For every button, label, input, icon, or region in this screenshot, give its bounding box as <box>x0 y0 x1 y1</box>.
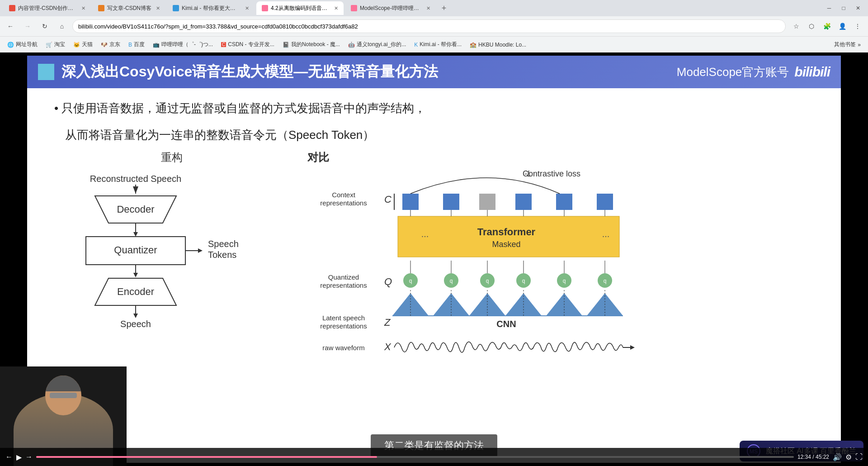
bilibili-logo-text: bilibili <box>794 64 830 80</box>
tab-label-2: 写文章-CSDN博客 <box>107 5 151 12</box>
minimize-button[interactable]: ─ <box>823 2 835 14</box>
presenter-head <box>45 376 81 415</box>
bookmark-tmall[interactable]: 🐱 天猫 <box>70 39 96 50</box>
fullscreen-button[interactable]: ⛶ <box>855 453 863 461</box>
profile[interactable]: 👤 <box>835 19 849 33</box>
tab-csdn-content[interactable]: 内容管理-CSDN创作中心 ✕ <box>4 1 91 15</box>
tab-close-5[interactable]: ✕ <box>426 5 430 11</box>
tab-close-1[interactable]: ✕ <box>81 5 85 11</box>
ctx-sq-1 <box>402 194 419 210</box>
encoder-label: Encoder <box>117 286 154 297</box>
diagram-section: 重构 Reconstructed Speech <box>54 150 814 452</box>
quantizer-label: Quantizer <box>114 244 157 256</box>
bookmark-label-tmall: 天猫 <box>82 41 93 48</box>
new-tab-button[interactable]: + <box>438 2 450 14</box>
z-symbol: Z <box>384 317 391 328</box>
bullet-text-line2: 从而将语音量化为一连串的整数语音令元（Speech Token） <box>65 127 814 143</box>
bookmark-webguide[interactable]: 🌐 网址导航 <box>4 39 41 50</box>
ctx-sq-masked <box>479 194 495 210</box>
tab-close-2[interactable]: ✕ <box>156 5 160 11</box>
bookmark-notebook[interactable]: 📓 我的Notebook - 魔... <box>279 39 344 50</box>
extensions[interactable]: 🧩 <box>820 19 834 33</box>
back-button[interactable]: ← <box>4 19 17 33</box>
masked-label: Masked <box>492 240 520 249</box>
waveform-path <box>394 342 623 352</box>
tab-kimi[interactable]: Kimi.ai - 帮你看更大的世界 ✕ <box>167 1 255 15</box>
reload-button[interactable]: ↻ <box>38 19 52 33</box>
tab-favicon-2 <box>98 5 104 11</box>
quant-repr-text2: representations <box>320 281 367 289</box>
playback-controls: ← ▶ → 12:34 / 45:22 🔊 ⚙ ⛶ <box>0 448 868 466</box>
menu[interactable]: ⋮ <box>851 19 864 33</box>
q-label-2: q <box>450 278 453 284</box>
raw-waveform-text: raw waveform <box>322 344 364 352</box>
ctx-sq-2 <box>443 194 459 210</box>
screen-cast[interactable]: ⬡ <box>805 19 818 33</box>
back-skip-button[interactable]: ← <box>5 453 13 461</box>
forward-skip-button[interactable]: → <box>25 453 33 461</box>
c-symbol: C <box>384 194 392 205</box>
bookmark-label-taobao: 淘宝 <box>54 41 65 48</box>
tab-label-5: ModelScope-哔哩哔哩_bilibili <box>360 5 422 12</box>
home-button[interactable]: ⌂ <box>55 19 69 33</box>
window-controls: ─ □ ✕ <box>823 2 864 14</box>
tab-label-1: 内容管理-CSDN创作中心 <box>18 5 77 12</box>
settings-button[interactable]: ⚙ <box>845 453 852 461</box>
bookmark-label-hkbu: HKBU Moodle: Lo... <box>478 42 526 48</box>
tab-favicon-4 <box>262 5 268 11</box>
play-pause-button[interactable]: ▶ <box>16 453 22 461</box>
address-actions: ☆ ⬡ 🧩 👤 ⋮ <box>789 19 864 33</box>
arrow-2-head <box>133 232 138 237</box>
q-label-6: q <box>604 278 607 284</box>
waveform-arrow-head <box>630 345 635 350</box>
decoder-label: Decoder <box>117 204 154 215</box>
latent-text2: representations <box>320 322 367 330</box>
bookmark-bilibili[interactable]: 📺 哔哩哔哩（゜-゜)つ... <box>149 39 217 50</box>
contrastive-arc <box>410 178 560 194</box>
forward-button[interactable]: → <box>21 19 34 33</box>
cnn-label: CNN <box>496 319 516 329</box>
maximize-button[interactable]: □ <box>837 2 850 14</box>
bookmark-others[interactable]: 其他书签 » <box>830 39 864 50</box>
reconstruct-label: 重构 <box>161 150 183 165</box>
right-diagram: 对比 Contrastive loss -L Context represent… <box>307 150 814 452</box>
bookmark-baidu[interactable]: B 百度 <box>125 39 148 50</box>
presenter-glasses <box>50 393 77 398</box>
bookmark-kimi[interactable]: K Kimi.ai - 帮你看... <box>410 39 465 50</box>
bookmark-taobao[interactable]: 🛒 淘宝 <box>42 39 69 50</box>
ellipsis-right: ... <box>602 229 610 239</box>
tab-favicon-1 <box>9 5 15 11</box>
url-bar[interactable]: bilibili.com/video/BV1oS411c76o/?spm_id_… <box>72 19 786 33</box>
tab-close-4[interactable]: ✕ <box>334 5 338 11</box>
bookmark-hkbu[interactable]: 🏫 HKBU Moodle: Lo... <box>466 40 530 50</box>
close-button[interactable]: ✕ <box>852 2 864 14</box>
modelscope-logo-text: ModelScope官方账号 <box>677 64 789 80</box>
volume-button[interactable]: 🔊 <box>833 453 842 461</box>
q-symbol: Q <box>384 276 392 287</box>
address-bar: ← → ↻ ⌂ bilibili.com/video/BV1oS411c76o/… <box>0 16 868 36</box>
x-symbol: X <box>384 341 392 352</box>
bookmark-csdn[interactable]: C CSDN - 专业开发... <box>217 39 278 50</box>
arrow-right-head <box>198 248 203 253</box>
tab-favicon-5 <box>351 5 357 11</box>
q-label-3: q <box>486 278 489 284</box>
browser-chrome: 内容管理-CSDN创作中心 ✕ 写文章-CSDN博客 ✕ Kimi.ai - 帮… <box>0 0 868 52</box>
bullet-section: 只使用语音数据，通过无监督或自监督的方式发掘语音中的声学结构， 从而将语音量化为… <box>54 99 814 143</box>
bookmark-tongyi[interactable]: 🤖 通义tongyi.ai_你的... <box>344 39 410 50</box>
bookmark-jingdong[interactable]: 🐶 京东 <box>97 39 124 50</box>
ctx-sq-5 <box>597 194 613 210</box>
tab-label-3: Kimi.ai - 帮你看更大的世界 <box>182 5 241 12</box>
tab-csdn-write[interactable]: 写文章-CSDN博客 ✕ <box>93 1 165 15</box>
slide-body: 只使用语音数据，通过无监督或自监督的方式发掘语音中的声学结构， 从而将语音量化为… <box>27 88 841 463</box>
progress-bar[interactable] <box>36 456 794 458</box>
quant-repr-text: Quantized <box>328 273 359 281</box>
progress-fill <box>36 456 377 458</box>
transformer-label: Transformer <box>477 226 536 238</box>
tab-modelscope[interactable]: ModelScope-哔哩哔哩_bilibili ✕ <box>345 1 436 15</box>
tab-favicon-3 <box>173 5 179 11</box>
ctx-sq-4 <box>556 194 572 210</box>
bookmark-label-jd: 京东 <box>109 41 120 48</box>
bookmark-star[interactable]: ☆ <box>789 19 803 33</box>
tab-close-3[interactable]: ✕ <box>245 5 249 11</box>
tab-bilibili-video[interactable]: 4.2从离散编码到语音生成:... ✕ <box>256 1 344 15</box>
